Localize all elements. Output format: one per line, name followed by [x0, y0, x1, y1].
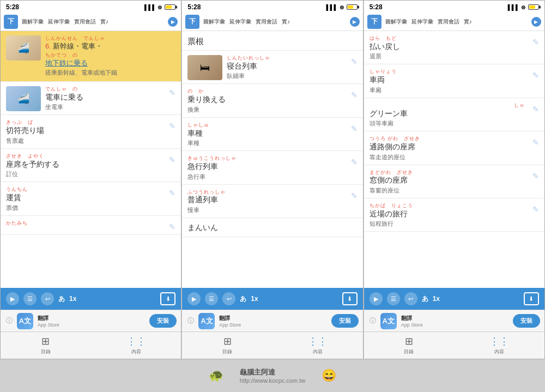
- play-btn-3[interactable]: ▶: [370, 292, 383, 305]
- tab-conv-3[interactable]: 實用會話: [436, 17, 461, 27]
- list-btn-2[interactable]: ☰: [205, 292, 218, 305]
- edit-icon-green[interactable]: ✎: [532, 105, 539, 113]
- install-btn-3[interactable]: 安裝: [513, 314, 540, 328]
- play-btn-2[interactable]: ▶: [187, 292, 201, 305]
- app-icon-2[interactable]: 下: [185, 15, 199, 29]
- edit-icon-kippu[interactable]: ✎: [169, 122, 175, 130]
- install-btn-1[interactable]: 安裝: [149, 314, 177, 328]
- edit-icon-madogawa[interactable]: ✎: [532, 172, 539, 180]
- hiragana-btn-1[interactable]: あ: [58, 294, 65, 304]
- wifi-icon-1: ⊜: [158, 4, 162, 10]
- install-btn-2[interactable]: 安裝: [331, 314, 359, 328]
- edit-icon-unchin[interactable]: ✎: [169, 189, 175, 197]
- tab-catalog-1[interactable]: ⊞ 目錄: [1, 335, 91, 355]
- edit-icon-zaseki[interactable]: ✎: [169, 155, 175, 164]
- chinese-norikae: 換乘: [187, 106, 346, 114]
- close-ad-1[interactable]: ⓘ: [6, 316, 13, 325]
- tab-conv-1[interactable]: 實用會話: [72, 17, 98, 27]
- item-text-ticket-stub: 票根: [187, 35, 357, 47]
- tab-other-1[interactable]: 實♪: [99, 17, 110, 27]
- close-ad-2[interactable]: ⓘ: [187, 316, 194, 325]
- tab-catalog-2[interactable]: ⊞ 目錄: [182, 335, 272, 355]
- edit-icon-tsuro[interactable]: ✎: [532, 138, 539, 147]
- ad-store-1: App Store: [38, 322, 145, 328]
- ad-bar-3: ⓘ A文 翻譯 App Store 安裝: [364, 310, 544, 331]
- item-text-zaseki: ざせき よやく 座席を予約する 訂位: [6, 153, 165, 178]
- tab-catalog-3[interactable]: ⊞ 目錄: [364, 335, 455, 355]
- furigana-unchin: うんちん: [6, 186, 165, 192]
- edit-icon-katamichi[interactable]: ✎: [169, 222, 175, 231]
- list-btn-3[interactable]: ☰: [387, 292, 400, 305]
- nav-tabs-3: 圖解字彙 延伸字彙 實用會話 實♪: [384, 17, 529, 27]
- app-icon-3[interactable]: 下: [367, 15, 382, 29]
- nav-tabs-2: 圖解字彙 延伸字彙 實用會話 實♪: [202, 17, 347, 27]
- hiragana-btn-2[interactable]: あ: [240, 294, 246, 304]
- tab-content-3[interactable]: ⋮⋮ 內容: [454, 335, 544, 355]
- status-icons-2: ▌▌▌ ⊜: [326, 4, 357, 10]
- nav-arrow-1[interactable]: ▶: [168, 17, 178, 27]
- chinese-kyuko: 急行車: [187, 173, 346, 181]
- list-btn-1[interactable]: ☰: [23, 292, 37, 305]
- furigana-shashu: しゃしゅ: [187, 122, 346, 128]
- nav-arrow-3[interactable]: ▶: [531, 17, 541, 27]
- tab-other-2[interactable]: 實♪: [280, 17, 292, 27]
- repeat-btn-2[interactable]: ↩: [222, 292, 235, 305]
- close-ad-3[interactable]: ⓘ: [370, 316, 376, 325]
- item-text-densha: でんしゃ の 電車に乗る 坐電車: [45, 86, 165, 111]
- item-shindai-2: 🛏 しんたいれっしゃ 寝台列車 臥鋪車 ✎: [182, 51, 362, 84]
- chinese-tsuro: 靠走道的座位: [370, 153, 528, 161]
- download-btn-2[interactable]: ⬇: [342, 292, 358, 305]
- content-area-1: 🚄 しんかんせん でんしゃ 6. 新幹線・電車・ ちかてつ の 地下鉄に乗る 搭…: [1, 31, 181, 288]
- edit-icon-chikaba[interactable]: ✎: [532, 205, 539, 214]
- ad-icon-2: A文: [198, 313, 215, 329]
- edit-icon-sharyou[interactable]: ✎: [532, 71, 539, 80]
- ad-bar-1: ⓘ A文 翻譯 App Store 安裝: [1, 310, 181, 331]
- furigana-green: しゃ: [370, 102, 528, 108]
- japanese-shindai: 寝台列車: [227, 61, 346, 72]
- battery-icon-2: [347, 4, 358, 10]
- app-icon-1[interactable]: 下: [4, 15, 18, 29]
- edit-icon-densha[interactable]: ✎: [169, 88, 175, 97]
- edit-icon-haraimodoshi[interactable]: ✎: [532, 38, 539, 46]
- status-icons-1: ▌▌▌ ⊜: [144, 4, 175, 10]
- tab-content-1[interactable]: ⋮⋮ 內容: [91, 335, 181, 355]
- header-japanese1-1: 6. 新幹線・電車・: [45, 41, 175, 51]
- furigana-sharyou: しゃりょう: [370, 69, 528, 75]
- repeat-btn-1[interactable]: ↩: [41, 292, 54, 305]
- repeat-btn-3[interactable]: ↩: [404, 292, 417, 305]
- furigana-shindai: しんたいれっしゃ: [227, 55, 346, 61]
- tab-content-2[interactable]: ⋮⋮ 內容: [272, 335, 363, 355]
- japanese-kippu: 切符売り場: [6, 125, 165, 136]
- tab-vocab-1[interactable]: 圖解字彙: [20, 17, 45, 27]
- furigana-futsu: ふつうれっしゃ: [187, 189, 346, 195]
- header-furigana2-1: ちかてつ の: [45, 52, 175, 58]
- tab-vocab-2[interactable]: 圖解字彙: [202, 17, 227, 27]
- edit-icon-futsu[interactable]: ✎: [351, 191, 358, 200]
- tab-extend-3[interactable]: 延伸字彙: [410, 17, 435, 27]
- edit-icon-norikae[interactable]: ✎: [351, 91, 358, 99]
- play-btn-1[interactable]: ▶: [6, 292, 19, 305]
- hiragana-btn-3[interactable]: あ: [422, 294, 428, 304]
- translate-icon-2: A文: [201, 316, 213, 326]
- nav-arrow-2[interactable]: ▶: [350, 17, 360, 27]
- item-sharyou-3: しゃりょう 車両 車廂 ✎: [364, 64, 544, 98]
- speed-btn-3[interactable]: 1x: [433, 295, 440, 303]
- edit-icon-kyuko[interactable]: ✎: [351, 158, 358, 166]
- edit-icon-shindai[interactable]: ✎: [351, 57, 358, 66]
- ad-title-1: 翻譯: [38, 315, 145, 322]
- signal-icon-3: ▌▌▌: [508, 4, 519, 10]
- item-text-kyuko: きゅうこうれっしゃ 急行列車 急行車: [187, 155, 346, 180]
- tab-extend-2[interactable]: 延伸字彙: [228, 17, 253, 27]
- speed-btn-2[interactable]: 1x: [251, 295, 258, 303]
- tab-other-3[interactable]: 實♪: [462, 17, 474, 27]
- tab-extend-1[interactable]: 延伸字彙: [46, 17, 71, 27]
- speed-btn-1[interactable]: 1x: [69, 295, 76, 303]
- edit-icon-shashu[interactable]: ✎: [351, 124, 358, 133]
- download-btn-1[interactable]: ⬇: [160, 292, 175, 305]
- item-kippu-1: きっぷ ば 切符売り場 售票處 ✎: [1, 115, 181, 148]
- phone-3: 5:28 ▌▌▌ ⊜ 下 圖解字彙 延伸字彙 實用會話 實♪ ▶ はら も: [364, 0, 545, 359]
- tab-vocab-3[interactable]: 圖解字彙: [384, 17, 409, 27]
- tab-conv-2[interactable]: 實用會話: [254, 17, 279, 27]
- download-btn-3[interactable]: ⬇: [524, 292, 539, 305]
- content-icon-1: ⋮⋮: [126, 335, 146, 347]
